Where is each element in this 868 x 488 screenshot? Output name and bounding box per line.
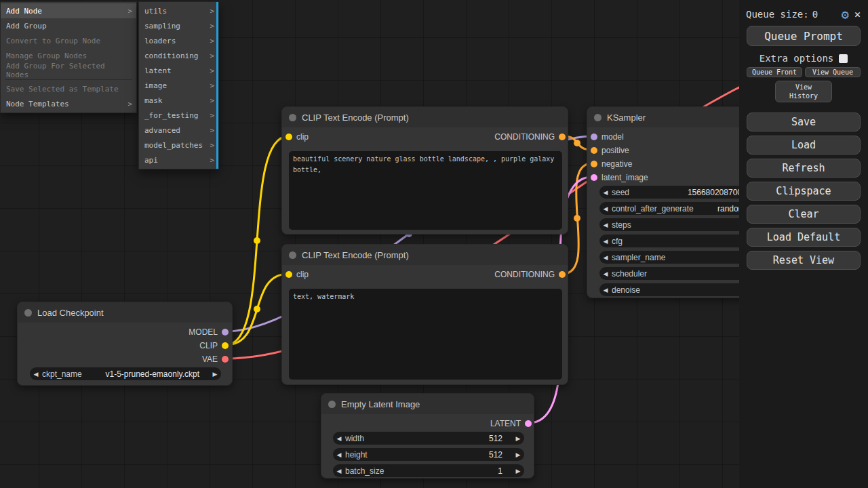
node-title-bar[interactable]: Load Checkpoint	[18, 302, 232, 323]
menu-item-add-node[interactable]: Add Node >	[1, 3, 136, 18]
output-slot-vae[interactable]: VAE	[202, 354, 229, 365]
submenu-item-label: _for_testing	[144, 111, 198, 120]
submenu-item-mask[interactable]: mask >	[139, 93, 218, 108]
model-slot-dot-icon[interactable]	[591, 134, 597, 140]
positive-prompt-textarea[interactable]: beautiful scenery nature glass bottle la…	[289, 151, 562, 230]
extra-options-checkbox[interactable]	[839, 54, 848, 63]
submenu-item-api[interactable]: api >	[139, 152, 218, 167]
decrement-arrow-icon[interactable]: ◀	[599, 222, 612, 228]
input-slot-clip[interactable]: clip	[285, 131, 309, 142]
menu-item-node-templates[interactable]: Node Templates >	[1, 96, 136, 111]
vae-slot-dot-icon[interactable]	[222, 356, 229, 363]
output-slot-model[interactable]: MODEL	[189, 327, 229, 338]
input-slot-clip[interactable]: clip	[285, 269, 309, 280]
clip-slot-dot-icon[interactable]	[285, 271, 292, 278]
increment-arrow-icon[interactable]: ▶	[512, 451, 524, 458]
submenu-arrow-icon: >	[127, 7, 132, 16]
submenu-item-for-testing[interactable]: _for_testing >	[139, 108, 218, 123]
decrement-arrow-icon[interactable]: ◀	[599, 238, 612, 245]
submenu-item-model-patches[interactable]: model_patches >	[139, 138, 218, 152]
submenu-arrow-icon: >	[210, 96, 214, 105]
input-slot-positive[interactable]: positive	[591, 145, 629, 156]
node-title-bar[interactable]: CLIP Text Encode (Prompt)	[282, 245, 568, 265]
submenu-scrollbar[interactable]	[216, 2, 218, 169]
reset-view-button[interactable]: Reset View	[747, 251, 861, 270]
link-midpoint-dot[interactable]	[254, 306, 260, 312]
negative-prompt-textarea[interactable]: text, watermark	[289, 289, 562, 380]
node-title-bar[interactable]: Empty Latent Image	[321, 394, 534, 414]
widget-batch-size[interactable]: ◀ batch_size 1 ▶	[333, 464, 524, 477]
latent-slot-dot-icon[interactable]	[525, 420, 532, 427]
widget-height[interactable]: ◀ height 512 ▶	[333, 448, 524, 461]
view-history-button[interactable]: View History	[775, 81, 832, 102]
queue-prompt-button[interactable]: Queue Prompt	[747, 26, 861, 46]
decrement-arrow-icon[interactable]: ◀	[599, 270, 612, 277]
output-slot-latent[interactable]: LATENT	[490, 418, 532, 429]
close-icon[interactable]: ✕	[852, 8, 863, 20]
increment-arrow-icon[interactable]: ▶	[512, 468, 524, 474]
link-midpoint-dot[interactable]	[254, 237, 260, 244]
widget-label: sampler_name	[612, 253, 665, 262]
input-slot-latent-image[interactable]: latent_image	[591, 172, 648, 183]
model-slot-dot-icon[interactable]	[222, 329, 229, 336]
submenu-item-conditioning[interactable]: conditioning >	[139, 48, 218, 63]
decrement-arrow-icon[interactable]: ◀	[333, 468, 345, 474]
node-empty-latent-image[interactable]: Empty Latent Image LATENT ◀ width 512 ▶ …	[321, 393, 534, 479]
clip-slot-dot-icon[interactable]	[285, 134, 292, 140]
decrement-arrow-icon[interactable]: ◀	[599, 254, 612, 261]
increment-arrow-icon[interactable]: ▶	[209, 371, 221, 378]
submenu-item-sampling[interactable]: sampling >	[139, 18, 218, 33]
submenu-arrow-icon: >	[210, 156, 214, 165]
collapse-dot-icon[interactable]	[594, 114, 601, 121]
settings-gear-icon[interactable]: ⚙	[842, 8, 849, 21]
clip-slot-dot-icon[interactable]	[222, 342, 229, 349]
collapse-dot-icon[interactable]	[24, 309, 32, 317]
menu-item-add-group[interactable]: Add Group	[1, 18, 136, 33]
node-load-checkpoint[interactable]: Load Checkpoint MODEL CLIP VAE ◀ ckpt_na…	[17, 302, 233, 386]
decrement-arrow-icon[interactable]: ◀	[599, 287, 612, 293]
collapse-dot-icon[interactable]	[289, 251, 296, 259]
decrement-arrow-icon[interactable]: ◀	[30, 371, 42, 378]
decrement-arrow-icon[interactable]: ◀	[599, 205, 612, 212]
widget-width[interactable]: ◀ width 512 ▶	[333, 432, 524, 445]
submenu-item-loaders[interactable]: loaders >	[139, 33, 218, 48]
link-midpoint-dot[interactable]	[574, 140, 580, 146]
increment-arrow-icon[interactable]: ▶	[512, 435, 524, 442]
conditioning-slot-dot-icon[interactable]	[591, 147, 597, 154]
output-slot-clip[interactable]: CLIP	[199, 340, 229, 351]
menu-item-label: Add Group For Selected Nodes	[6, 62, 131, 79]
conditioning-slot-dot-icon[interactable]	[559, 134, 566, 140]
conditioning-slot-dot-icon[interactable]	[591, 161, 597, 167]
menu-item-add-group-for-selected-nodes: Add Group For Selected Nodes	[1, 63, 136, 78]
save-button[interactable]: Save	[747, 113, 861, 131]
refresh-button[interactable]: Refresh	[747, 159, 861, 178]
submenu-item-advanced[interactable]: advanced >	[139, 123, 218, 138]
widget-ckpt-name[interactable]: ◀ ckpt_name v1-5-pruned-emaonly.ckpt ▶	[30, 367, 221, 380]
collapse-dot-icon[interactable]	[328, 401, 336, 408]
collapse-dot-icon[interactable]	[289, 114, 296, 121]
submenu-item-latent[interactable]: latent >	[139, 63, 218, 78]
node-clip-text-encode-negative[interactable]: CLIP Text Encode (Prompt) clip CONDITION…	[281, 244, 568, 385]
view-queue-button[interactable]: View Queue	[805, 67, 861, 77]
submenu-item-label: sampling	[144, 22, 180, 30]
load-button[interactable]: Load	[747, 136, 861, 155]
output-slot-conditioning[interactable]: CONDITIONING	[494, 131, 566, 142]
queue-front-button[interactable]: Queue Front	[747, 67, 802, 77]
link-midpoint-dot[interactable]	[574, 215, 580, 222]
decrement-arrow-icon[interactable]: ◀	[599, 189, 612, 196]
clipspace-button[interactable]: Clipspace	[747, 182, 861, 201]
conditioning-slot-dot-icon[interactable]	[559, 271, 566, 278]
input-slot-negative[interactable]: negative	[591, 159, 632, 169]
input-slot-model[interactable]: model	[591, 131, 624, 142]
output-slot-conditioning[interactable]: CONDITIONING	[494, 269, 566, 280]
clear-button[interactable]: Clear	[747, 205, 861, 224]
latent-slot-dot-icon[interactable]	[591, 174, 597, 181]
node-clip-text-encode-positive[interactable]: CLIP Text Encode (Prompt) clip CONDITION…	[281, 106, 568, 235]
node-title-bar[interactable]: CLIP Text Encode (Prompt)	[282, 107, 568, 127]
decrement-arrow-icon[interactable]: ◀	[333, 451, 345, 458]
submenu-item-utils[interactable]: utils >	[139, 3, 218, 18]
submenu-item-image[interactable]: image >	[139, 78, 218, 93]
submenu-item-label: latent	[144, 66, 172, 75]
decrement-arrow-icon[interactable]: ◀	[333, 435, 345, 442]
load-default-button[interactable]: Load Default	[747, 228, 861, 247]
